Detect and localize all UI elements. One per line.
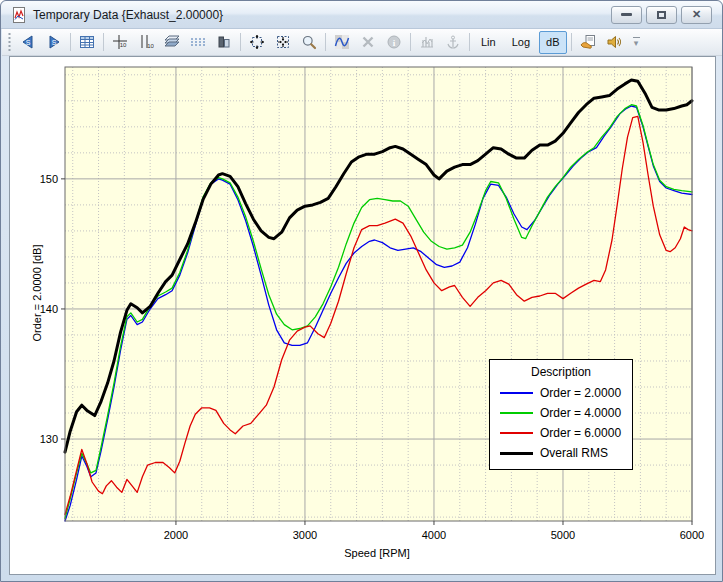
zoom-extents-button[interactable]: [245, 31, 269, 54]
delete-curve-icon: [360, 34, 376, 50]
sound-playback-icon: [606, 34, 622, 50]
titlebar[interactable]: Temporary Data {Exhaust_2.00000} ✕: [1, 1, 722, 29]
minimize-button[interactable]: [611, 6, 642, 24]
close-icon: ✕: [692, 9, 701, 20]
minimize-icon: [621, 13, 632, 16]
curve-info-icon: i: [386, 34, 402, 50]
lin-scale-button[interactable]: Lin: [474, 31, 503, 54]
legend-line-sample: [500, 392, 533, 394]
legend-entry: Overall RMS: [490, 443, 632, 463]
svg-text:10: 10: [147, 43, 154, 49]
window-title: Temporary Data {Exhaust_2.00000}: [33, 8, 223, 22]
svg-text:3000: 3000: [293, 529, 317, 541]
reference-lines-icon: [190, 34, 206, 50]
db-scale-button[interactable]: dB: [539, 31, 566, 54]
svg-text:6000: 6000: [680, 529, 704, 541]
legend-entry-label: Overall RMS: [540, 446, 608, 460]
toolbar-grip[interactable]: [7, 33, 12, 51]
legend-entry: Order = 4.0000: [490, 403, 632, 423]
magnifier-icon: [301, 34, 317, 50]
order-cursor-icon: 10: [138, 34, 154, 50]
app-icon: [11, 7, 27, 23]
legend-title: Description: [490, 365, 632, 379]
anchor-cursor-icon: [445, 34, 461, 50]
data-grid-icon: [79, 34, 95, 50]
peak-cursor-button[interactable]: [415, 31, 439, 54]
svg-text:S: S: [26, 39, 31, 46]
zoom-window-icon: [275, 34, 291, 50]
order-cursor-button[interactable]: 10: [134, 31, 158, 54]
curve-select-button[interactable]: [330, 31, 354, 54]
toolbar-separator: [469, 33, 470, 51]
x-axis-label: Speed [RPM]: [277, 547, 477, 559]
zoom-extents-icon: [249, 34, 265, 50]
data-grid-button[interactable]: [75, 31, 99, 54]
toolbar-separator: [410, 33, 411, 51]
layers-icon: [164, 34, 180, 50]
peak-cursor-icon: [419, 34, 435, 50]
toolbar-separator: [240, 33, 241, 51]
legend-entry: Order = 6.0000: [490, 423, 632, 443]
harmonic-cursor-icon: 10: [112, 34, 128, 50]
svg-text:S: S: [52, 39, 57, 46]
zoom-window-button[interactable]: [271, 31, 295, 54]
curve-info-button[interactable]: i: [382, 31, 406, 54]
anchor-cursor-button[interactable]: [441, 31, 465, 54]
waterfall-icon: [216, 34, 232, 50]
svg-text:130: 130: [40, 433, 58, 445]
legend: Description Order = 2.0000Order = 4.0000…: [489, 359, 633, 470]
magnifier-button[interactable]: [297, 31, 321, 54]
chart-panel: 20003000400050006000130140150 Order = 2.…: [9, 56, 716, 575]
legend-line-sample: [500, 412, 533, 414]
svg-text:10: 10: [120, 42, 127, 48]
chart-canvas[interactable]: 20003000400050006000130140150: [10, 57, 715, 574]
toolbar-separator: [571, 33, 572, 51]
legend-entry: Order = 2.0000: [490, 383, 632, 403]
y-axis-label: Order = 2.0000 [dB]: [31, 193, 43, 393]
curve-select-icon: [334, 34, 350, 50]
app-window: Temporary Data {Exhaust_2.00000} ✕ S S: [0, 0, 723, 582]
restore-icon: [657, 11, 666, 19]
legend-line-sample: [500, 452, 533, 455]
window-controls: ✕: [611, 6, 716, 24]
legend-entry-label: Order = 6.0000: [540, 426, 621, 440]
previous-curve-icon: S: [20, 34, 36, 50]
svg-text:150: 150: [40, 173, 58, 185]
next-curve-icon: S: [46, 34, 62, 50]
layers-button[interactable]: [160, 31, 184, 54]
toolbar: S S 10: [2, 29, 723, 56]
svg-text:2000: 2000: [164, 529, 188, 541]
toolbar-separator: [70, 33, 71, 51]
chevron-down-icon: ▾: [634, 39, 639, 48]
legend-line-sample: [500, 432, 533, 434]
next-curve-button[interactable]: S: [42, 31, 66, 54]
waterfall-button[interactable]: [212, 31, 236, 54]
legend-entry-label: Order = 2.0000: [540, 386, 621, 400]
svg-text:4000: 4000: [422, 529, 446, 541]
toolbar-separator: [325, 33, 326, 51]
delete-curve-button[interactable]: [356, 31, 380, 54]
close-button[interactable]: ✕: [681, 6, 712, 24]
restore-button[interactable]: [646, 6, 677, 24]
toolbar-overflow-button[interactable]: ▾: [633, 37, 640, 48]
log-scale-button[interactable]: Log: [505, 31, 537, 54]
export-button[interactable]: [576, 31, 600, 54]
legend-entries: Order = 2.0000Order = 4.0000Order = 6.00…: [490, 383, 632, 463]
toolbar-separator: [103, 33, 104, 51]
export-icon: [580, 34, 596, 50]
sound-playback-button[interactable]: [602, 31, 626, 54]
previous-curve-button[interactable]: S: [16, 31, 40, 54]
svg-text:5000: 5000: [551, 529, 575, 541]
legend-entry-label: Order = 4.0000: [540, 406, 621, 420]
harmonic-cursor-button[interactable]: 10: [108, 31, 132, 54]
reference-lines-button[interactable]: [186, 31, 210, 54]
